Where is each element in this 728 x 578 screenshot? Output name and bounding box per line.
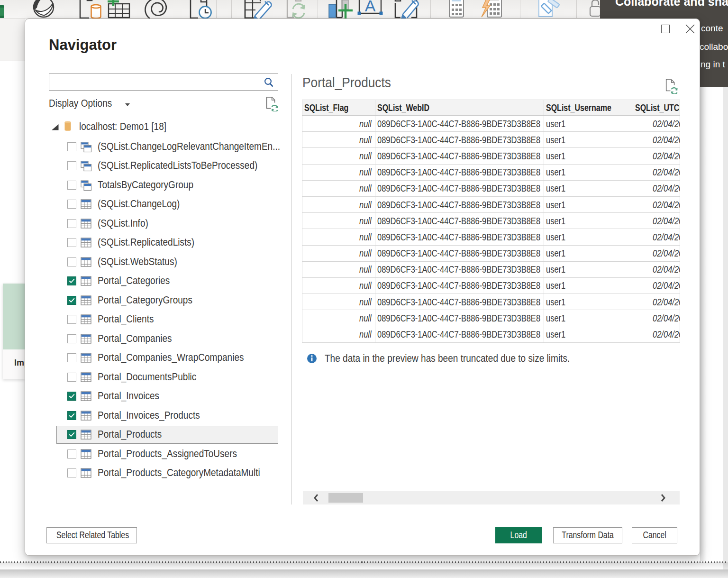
svg-text:A: A	[365, 0, 376, 15]
